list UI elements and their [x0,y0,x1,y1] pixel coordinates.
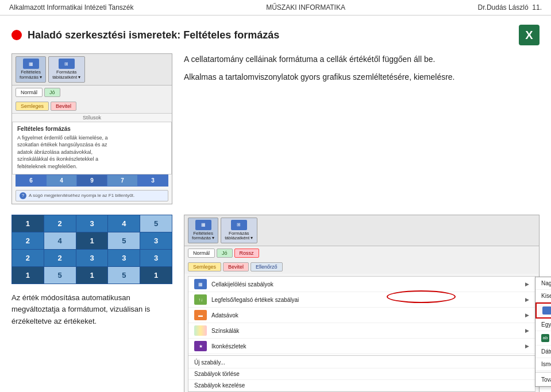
table-cell: 3 [108,249,140,266]
tablazatként-btn2[interactable]: ⊞ Formázástáblázatként ▾ [221,218,257,244]
submenu-ket-ertek[interactable]: Két érték között... [535,302,551,319]
table-cell: 5 [44,266,76,284]
text-block: A cellatartomány celláinak formátuma a c… [184,53,540,204]
szinsk-icon [194,325,207,336]
bottom-right: ▦ Feltételesformázás ▾ ⊞ Formázástábláza… [184,215,540,392]
ribbon-top: ▦ Feltételesformázás ▾ ⊞ Formázástábláza… [12,54,172,86]
table-cell: 3 [76,249,108,266]
help-text: A súgó megjelenítéséhez nyomja le az F1 … [29,193,134,198]
table-cell: 2 [44,215,76,232]
header-center: MŰSZAKI INFORMATIKA [266,3,345,11]
table-cell: 3 [140,249,172,266]
table-row: 2 4 1 5 3 [12,232,172,249]
submenu-kisebb[interactable]: Kisebb, mint... [535,290,551,302]
table-cell: 2 [12,232,44,249]
menu-torlese[interactable]: Szabályok törlése [188,368,535,380]
help-icon: ? [20,192,26,199]
page-title: Haladó szerkesztési ismeretek: Feltétele… [28,29,279,41]
uj-label: Új szabály... [194,359,529,366]
table-row: 2 2 3 3 3 [12,249,172,266]
jo-badge2: Jó [217,249,233,258]
submenu-tovabbi[interactable]: További szabályok... [535,374,551,386]
menu-separator [188,355,535,356]
arrow-icon: ▶ [525,281,529,287]
table-cell: 3 [76,215,108,232]
submenu-egyenlo-label: Egyenlő... [541,321,551,328]
table-row: 1 5 1 5 1 [12,266,172,284]
semleges-badge: Semleges [16,102,49,111]
table-cell: 1 [76,266,108,284]
bottom-desc: Az érték módosítása automatikusan megvál… [11,292,172,328]
table-cell: 2 [12,249,44,266]
header-author: Dr.Dudás László [478,3,529,11]
table-cell: 1 [140,266,172,284]
menu-adatsavok[interactable]: ▬ Adatsávok ▶ [188,308,535,323]
arrow-icon4: ▶ [525,328,529,333]
ff-panel-title: Feltételes formázás [17,126,167,132]
submenu-ket-ertek-icon [542,306,551,315]
bottom-section: 1 2 3 4 5 2 4 1 5 3 2 2 3 3 [11,215,540,392]
cellakijelolesi-icon: ▦ [194,279,207,289]
table-cell: 5 [108,266,140,284]
bevitel-badge: Bevitel [51,102,76,111]
ff-panel-text: A figyelmet érdemlő cellák kiemelése, a … [17,134,167,170]
submenu-flyout: Nagyobb, mint... Kisebb, mint... Két ért… [535,277,551,387]
style-row: Normál Jó [12,86,172,99]
jo-badge: Jó [44,88,60,97]
menu-kezelese[interactable]: Szabályok kezelése [188,380,535,391]
bullet-icon [11,30,22,40]
submenu-ismetlodo-label: Ismétlődő értékek... [541,361,551,367]
main-content: Haladó szerkesztési ismeretek: Feltétele… [0,15,551,392]
submenu-nagyobb[interactable]: Nagyobb, mint... [535,277,551,290]
ikonkeszletek-label: Ikonkészletek [211,343,521,350]
table-cell: 5 [140,215,172,232]
stilusok-label: Stílusok [12,113,172,122]
submenu-szoveg[interactable]: ab Szövegtartalom... [535,331,551,346]
bottom-left: 1 2 3 4 5 2 4 1 5 3 2 2 3 3 [11,215,172,392]
header-right: Dr.Dudás László 11. [478,3,542,11]
bevitel-badge2: Bevitel [223,262,249,271]
ikonkeszletek-icon: ★ [194,341,207,351]
table-cell: 5 [108,232,140,249]
ribbon2: ▦ Feltételesformázás ▾ ⊞ Formázástábláza… [184,215,539,247]
menu-legfelso[interactable]: ↑↓ Legfelső/legalsó értékek szabályai ▶ [188,292,535,308]
menu-cellakijelolesi[interactable]: ▦ Cellakijelölési szabályok ▶ Nagyobb, m… [188,277,535,292]
submenu-datum[interactable]: Dátum alapján... [535,346,551,358]
normal-badge: Normál [16,88,43,97]
feltételes-btn2[interactable]: ▦ Feltételesformázás ▾ [188,218,218,244]
feltételes-btn[interactable]: ▦ Feltételesformázás ▾ [16,56,46,83]
header-left: Alkalmazott Informatikai Intézeti Tanszé… [9,3,134,11]
menu-uj[interactable]: Új szabály... [188,357,535,368]
szinsk-label: Színskálák [211,328,521,334]
submenu-datum-label: Dátum alapján... [541,348,551,355]
ff-panel: Feltételes formázás A figyelmet érdemlő … [12,122,172,174]
table-cell: 1 [12,266,44,284]
small-data-table: 6 4 9 7 3 [16,174,168,187]
kezelese-label: Szabályok kezelése [194,382,529,389]
legfelso-icon: ↑↓ [194,294,207,305]
table-cell: 2 [44,249,76,266]
semleges-badge2: Semleges [188,262,221,271]
arrow-icon2: ▶ [525,297,529,302]
torlese-label: Szabályok törlése [194,371,529,377]
submenu-egyenlo[interactable]: Egyenlő... [535,319,551,331]
content-block: ▦ Feltételesformázás ▾ ⊞ Formázástábláza… [11,53,540,204]
style-row2: Semleges Bevitel [12,99,172,113]
arrow-icon5: ▶ [525,343,529,349]
help-bar: ? A súgó megjelenítéséhez nyomja le az F… [16,190,168,201]
submenu-ismetlodo[interactable]: Ismétlődő értékek... [535,358,551,371]
menu-szinsk[interactable]: Színskálák ▶ [188,323,535,339]
description2: Alkalmas a tartalomviszonylatok gyors gr… [184,71,540,83]
adatsavok-label: Adatsávok [211,312,521,319]
style-row2b: Semleges Bevitel Ellenőrző [184,260,539,274]
tablazatként-btn[interactable]: ⊞ Formázástáblázatként ▾ [48,56,84,83]
menu-ikonkeszletek[interactable]: ★ Ikonkészletek ▶ [188,339,535,354]
excel-icon: X [519,25,540,45]
cellakijelolesi-label: Cellakijelölési szabályok [211,281,521,288]
feltételes-label: Feltételesformázás ▾ [20,70,42,80]
big-data-table: 1 2 3 4 5 2 4 1 5 3 2 2 3 3 [11,215,172,284]
table-row: 1 2 3 4 5 [12,215,172,232]
page-header: Alkalmazott Informatikai Intézeti Tanszé… [0,0,551,15]
table-cell: 1 [12,215,44,232]
header-num: 11. [532,3,542,11]
